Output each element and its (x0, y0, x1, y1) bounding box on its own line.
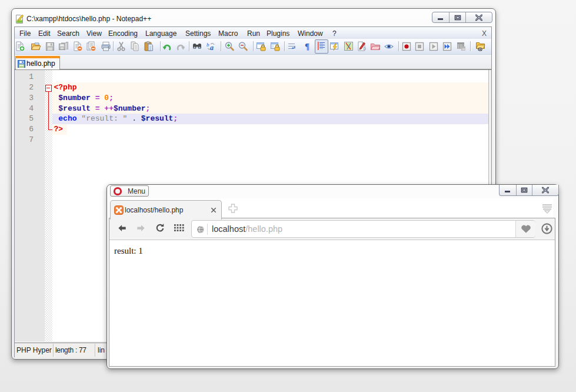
svg-text:a: a (210, 44, 214, 52)
svg-text:¶: ¶ (305, 42, 309, 51)
svg-text:b: b (207, 42, 209, 48)
svg-text:D: D (363, 46, 366, 51)
svg-text:uc: uc (462, 47, 465, 51)
